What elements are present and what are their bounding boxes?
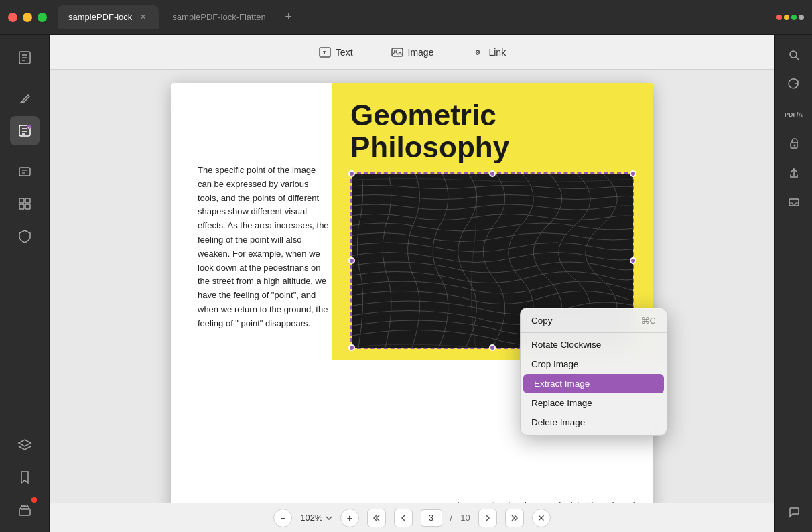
tab-label-2: samplePDF-lock-Flatten (172, 12, 265, 22)
image-tool-icon (391, 46, 404, 59)
zoom-percent: 102% (300, 513, 322, 523)
menu-item-rotate[interactable]: Rotate Clockwise (521, 335, 667, 354)
right-pdfa-button[interactable]: PDF/A (782, 102, 806, 126)
bottom-toolbar: − 102% + / 10 (50, 503, 774, 532)
total-pages: 10 (460, 513, 470, 523)
menu-item-extract[interactable]: Extract Image (523, 374, 664, 393)
add-tab-button[interactable]: + (279, 8, 298, 27)
menu-copy-label: Copy (531, 316, 553, 326)
tab-samplepdf-lock[interactable]: samplePDF-lock ✕ (58, 5, 159, 29)
right-protect-button[interactable] (782, 131, 806, 155)
svg-point-28 (793, 145, 795, 147)
tab-samplepdf-flatten[interactable]: samplePDF-lock-Flatten (161, 5, 276, 29)
organize-icon (17, 196, 32, 211)
menu-divider-1 (521, 332, 667, 333)
traffic-lights (8, 13, 47, 22)
page-separator: / (450, 513, 453, 523)
sidebar-icon-gift[interactable] (10, 494, 40, 524)
close-window-button[interactable] (8, 13, 17, 22)
menu-item-copy[interactable]: Copy ⌘C (521, 311, 667, 330)
svg-rect-15 (19, 204, 24, 209)
svg-text:T: T (323, 50, 326, 56)
right-sidebar: PDF/A (774, 35, 812, 532)
nav-last-button[interactable] (505, 509, 524, 527)
sidebar-icon-reader[interactable] (10, 43, 40, 72)
bookmark-icon (17, 470, 32, 484)
toolbar-image-button[interactable]: Image (383, 42, 442, 63)
link-tool-label: Link (488, 47, 506, 58)
right-comment-button[interactable] (782, 500, 806, 524)
menu-item-crop[interactable]: Crop Image (521, 354, 667, 374)
nav-prev-button[interactable] (394, 509, 413, 527)
menu-replace-label: Replace Image (531, 398, 592, 408)
menu-rotate-label: Rotate Clockwise (531, 340, 601, 350)
sidebar-icon-forms[interactable] (10, 157, 40, 186)
svg-rect-21 (392, 48, 403, 56)
right-share-button[interactable] (782, 161, 806, 185)
tab-close-button[interactable]: ✕ (137, 12, 148, 23)
nav-next-button[interactable] (478, 509, 497, 527)
pdfa-icon: PDF/A (785, 108, 803, 120)
nav-prev-icon (399, 514, 407, 522)
handle-top-center[interactable] (489, 170, 496, 177)
tab-label: samplePDF-lock (68, 12, 132, 22)
sidebar-divider-2 (14, 151, 36, 151)
handle-top-right[interactable] (630, 170, 636, 177)
right-search-button[interactable] (782, 43, 806, 67)
svg-rect-13 (19, 198, 24, 203)
page-main-title: Geometric Philosophy (350, 99, 634, 164)
sidebar-icon-bookmark[interactable] (10, 462, 40, 492)
right-inbox-button[interactable] (782, 190, 806, 214)
inbox-icon (788, 196, 800, 208)
logo-dot-4 (799, 15, 804, 20)
svg-text:PDF/A: PDF/A (785, 111, 803, 118)
menu-delete-label: Delete Image (531, 417, 585, 427)
gift-icon (17, 502, 32, 517)
zoom-in-button[interactable]: + (340, 509, 359, 527)
sidebar-icon-edit[interactable]: ✓ (10, 116, 40, 145)
nav-first-icon (373, 514, 381, 522)
handle-bottom-left[interactable] (348, 344, 355, 351)
sidebar-icon-markup[interactable] (10, 84, 40, 113)
menu-copy-shortcut: ⌘C (641, 316, 656, 326)
handle-mid-right[interactable] (630, 257, 636, 264)
zoom-chevron-icon (326, 516, 332, 520)
page-content: Geometric Philosophy (50, 70, 774, 503)
toolbar-link-button[interactable]: Link (463, 42, 514, 63)
maximize-window-button[interactable] (38, 13, 47, 22)
logo-dot-2 (784, 15, 789, 20)
zoom-value-display[interactable]: 102% (300, 513, 332, 523)
right-refresh-button[interactable] (782, 72, 806, 96)
link-tool-icon (471, 46, 484, 59)
gift-badge (31, 497, 37, 503)
sidebar-divider-1 (14, 78, 36, 78)
text-tool-icon: T (318, 46, 332, 59)
tabs-area: samplePDF-lock ✕ samplePDF-lock-Flatten … (58, 5, 776, 29)
image-tool-label: Image (408, 47, 434, 58)
sidebar-icon-layers[interactable] (10, 430, 40, 460)
handle-mid-left[interactable] (348, 257, 355, 264)
toolbar-text-button[interactable]: T Text (310, 42, 361, 63)
nav-next-icon (484, 514, 492, 522)
handle-bottom-center[interactable] (489, 344, 496, 351)
share-icon (788, 167, 800, 179)
content-area: T Text Image (50, 35, 774, 532)
menu-item-delete[interactable]: Delete Image (521, 413, 667, 432)
zoom-out-button[interactable]: − (273, 509, 292, 527)
menu-item-replace[interactable]: Replace Image (521, 393, 667, 413)
logo-dot-1 (776, 15, 782, 20)
sidebar-icon-protect[interactable] (10, 221, 40, 251)
handle-top-left[interactable] (348, 170, 355, 177)
minimize-window-button[interactable] (23, 13, 32, 22)
markup-icon (17, 91, 32, 106)
refresh-icon (788, 78, 800, 90)
menu-extract-label: Extract Image (534, 379, 590, 389)
text-tool-label: Text (336, 47, 353, 58)
page-number-input[interactable] (421, 509, 442, 527)
sidebar-icon-organize[interactable] (10, 189, 40, 218)
forms-icon (17, 164, 32, 179)
svg-rect-14 (25, 198, 30, 203)
left-text-column: The specific point of the image can be e… (198, 163, 332, 331)
nav-first-button[interactable] (367, 509, 386, 527)
close-edit-button[interactable]: ✕ (532, 509, 551, 527)
